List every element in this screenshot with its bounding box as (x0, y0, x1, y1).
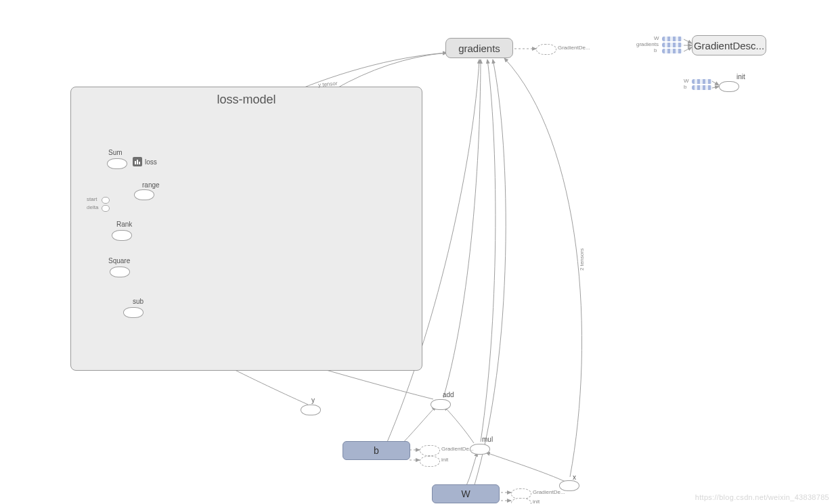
node-w-label: W (461, 488, 470, 499)
node-y[interactable] (301, 405, 321, 415)
edge-annot-tensors: 2 tensors (579, 248, 585, 271)
node-add[interactable] (431, 399, 451, 410)
w-ref-init-label: init (533, 499, 540, 504)
legend-b-label: b (654, 47, 657, 53)
loss-label: loss (145, 158, 157, 166)
sum-label: Sum (108, 149, 123, 156)
b-ref-init-label: init (441, 457, 448, 463)
node-gradients[interactable]: gradients (445, 38, 513, 58)
node-square[interactable] (110, 267, 130, 277)
node-start[interactable] (102, 197, 110, 204)
node-gradient-descent-label: GradientDesc... (694, 40, 764, 51)
legend-init-strip-w (692, 79, 712, 84)
scope-title: loss-model (71, 93, 422, 107)
bar-chart-icon (133, 157, 142, 166)
node-sum[interactable] (107, 158, 127, 169)
node-init-label: init (736, 73, 745, 81)
legend-strip-w (662, 37, 682, 41)
svg-rect-1 (137, 160, 138, 164)
gradients-output-ref (536, 44, 556, 55)
node-gradient-descent[interactable]: GradientDesc... (692, 35, 766, 55)
watermark: https://blog.csdn.net/weixin_43838785 (695, 493, 829, 501)
svg-rect-2 (139, 162, 140, 164)
node-rank[interactable] (112, 230, 132, 241)
legend-strip-gradients (662, 43, 682, 47)
b-ref-init (420, 456, 440, 467)
add-label: add (443, 391, 454, 398)
legend-w-label: W (654, 35, 659, 41)
legend-strip-b (662, 49, 682, 53)
scope-loss-model[interactable]: loss-model (70, 87, 422, 371)
mul-label: mul (482, 436, 493, 443)
node-b-label: b (374, 445, 379, 456)
w-ref-gd-label: GradientDe... (533, 489, 565, 495)
legend-gradients-label: gradients (636, 41, 659, 47)
delta-label: delta (87, 204, 98, 210)
node-gradients-label: gradients (458, 43, 500, 54)
node-range[interactable] (134, 189, 154, 200)
b-ref-gd-label: GradientDe... (441, 446, 474, 452)
node-init[interactable] (719, 81, 739, 92)
rank-label: Rank (116, 221, 132, 228)
node-b[interactable]: b (343, 441, 410, 460)
legend-init-strip-b (692, 85, 712, 90)
svg-rect-0 (135, 161, 136, 164)
start-label: start (87, 196, 97, 202)
graph-canvas[interactable]: loss-model gradients GradientDe... W gra… (0, 0, 836, 504)
legend-init-b: b (684, 84, 686, 90)
node-w[interactable]: W (432, 484, 500, 503)
b-ref-gd (420, 445, 440, 456)
y-label: y (311, 396, 315, 404)
square-label: Square (108, 257, 130, 265)
summary-loss[interactable]: loss (133, 157, 157, 166)
range-label: range (142, 181, 160, 189)
sub-label: sub (133, 298, 144, 305)
w-ref-init (511, 498, 531, 504)
node-sub[interactable] (123, 307, 144, 318)
legend-init-w: W (684, 78, 689, 84)
node-delta[interactable] (102, 205, 110, 212)
gradients-output-label: GradientDe... (558, 45, 590, 51)
